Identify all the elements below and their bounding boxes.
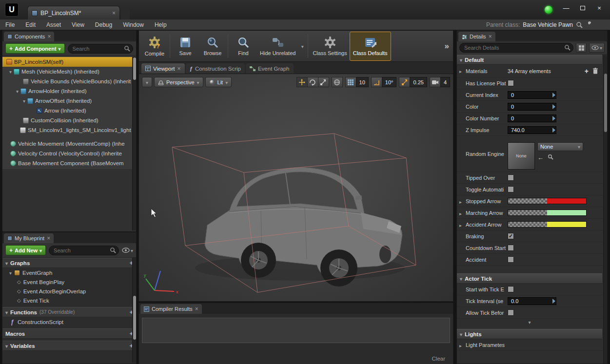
show-advanced-expander[interactable] [457,319,602,325]
hide-unrelated-options-button[interactable] [298,32,306,60]
view-options-eye-icon[interactable] [122,247,133,254]
tree-item-customcollision[interactable]: CustomCollision (Inherited) [2,115,136,125]
class-settings-button[interactable]: Class Settings [310,32,350,60]
tree-item-lights-mesh[interactable]: SM_Lincolnv1_lights_SM_Lincolnv1_light [2,125,136,135]
current-index-input[interactable]: 0 [508,91,556,99]
event-beginplay-item[interactable]: ◇ Event BeginPlay [2,277,136,287]
braking-checkbox[interactable]: ✓ [508,233,514,239]
event-tick-item[interactable]: ◇ Event Tick [2,296,136,305]
find-parent-class-icon[interactable] [576,21,583,28]
tree-item-vehicle-bounds[interactable]: Vehicle Bounds (VehicleBounds) (Inherit [2,77,136,86]
details-search-input[interactable] [459,43,573,53]
expander-icon[interactable] [460,331,462,337]
tab-my-blueprint[interactable]: My Blueprint [4,233,54,243]
allow-tick-checkbox[interactable] [508,309,514,316]
tree-item-mesh[interactable]: Mesh (VehicleMesh) (Inherited) [2,67,136,77]
close-icon[interactable] [47,235,50,242]
tab-details[interactable]: Details [458,32,495,41]
scrollbar-thumb[interactable] [133,57,136,80]
grid-snap-value[interactable]: 10 [356,77,369,87]
scale-snap-value[interactable]: 0.25 [410,77,427,87]
details-scrollbar[interactable] [603,55,607,364]
clear-button[interactable]: Clear [432,356,445,362]
menu-asset[interactable]: Asset [41,19,66,30]
tipped-over-checkbox[interactable] [508,174,514,181]
category-default[interactable]: Default [457,55,602,65]
use-selected-asset-icon[interactable]: ← [537,154,544,161]
expander-icon[interactable] [5,309,8,315]
delete-array-icon[interactable] [592,68,598,74]
scrollbar-thumb[interactable] [604,74,607,132]
start-with-tick-checkbox[interactable] [508,286,514,292]
components-search-input[interactable] [68,44,133,54]
menu-edit[interactable]: Edit [20,19,41,30]
browse-button[interactable]: Browse [199,32,226,60]
macros-section-header[interactable]: Macros [2,328,136,339]
viewport-options-button[interactable] [142,77,152,87]
tree-item-velocity-control[interactable]: Velocity Control (VelocityControl) (Inhe… [2,149,136,158]
tree-item-base-movement[interactable]: Base Movement Component (BaseMovem [2,158,136,168]
tab-viewport[interactable]: Viewport [141,63,185,74]
viewport-3d[interactable]: Perspective Lit [138,74,453,302]
functions-section-header[interactable]: Functions (37 Overridable) [2,307,136,317]
save-button[interactable]: Save [172,32,199,60]
grid-snap-toggle-button[interactable] [345,77,356,87]
stopped-arrow-color-swatch[interactable] [508,198,587,204]
close-window-button[interactable]: × [592,3,606,13]
expander-icon[interactable] [460,57,462,63]
close-icon[interactable] [177,65,181,72]
has-license-plate-checkbox[interactable] [508,80,514,86]
expander-icon[interactable] [459,198,462,205]
tick-interval-input[interactable]: 0.0 [508,297,556,305]
menu-view[interactable]: View [66,19,90,30]
z-impulse-input[interactable]: 740.0 [508,126,556,134]
marching-arrow-color-swatch[interactable] [508,210,587,216]
color-input[interactable]: 0 [508,103,556,111]
expander-icon[interactable] [5,343,8,349]
constructionscript-item[interactable]: ƒ ConstructionScript [2,317,136,326]
parent-class-value[interactable]: Base Vehicle Pawn [523,21,573,28]
category-lights[interactable]: Lights [457,329,602,339]
marketplace-status-icon[interactable] [545,6,552,14]
asset-thumbnail[interactable]: None [508,142,535,170]
expander-icon[interactable] [23,98,25,104]
expander-icon[interactable] [16,88,19,94]
countdown-start-checkbox[interactable] [508,245,514,251]
class-defaults-button[interactable]: Class Defaults [350,32,391,60]
close-icon[interactable] [489,33,492,40]
my-blueprint-search-input[interactable] [49,246,119,255]
accident-arrow-color-swatch[interactable] [508,221,587,228]
camera-speed-value[interactable]: 4 [440,77,450,87]
event-actorbeginoverlap-item[interactable]: ◇ Event ActorBeginOverlap [2,287,136,296]
close-icon[interactable] [195,306,198,312]
tree-item-vehicle-movement[interactable]: Vehicle Movement (MovementComp) (Inhe [2,139,136,149]
expander-icon[interactable] [9,270,12,276]
edit-parent-class-icon[interactable] [586,21,592,28]
close-icon[interactable] [112,10,116,17]
perspective-button[interactable]: Perspective [154,77,203,87]
tab-compiler-results[interactable]: Compiler Results [140,304,202,314]
tree-item-arrowholder[interactable]: ArrowHolder (Inherited) [2,86,136,96]
tree-item-self[interactable]: BP_LincolnSM(self) [2,57,136,67]
expander-icon[interactable] [459,222,462,229]
expander-icon[interactable] [459,342,462,349]
scale-tool-button[interactable] [318,77,329,87]
components-scrollbar[interactable] [132,57,136,230]
expander-icon[interactable] [460,276,462,282]
my-blueprint-scrollbar[interactable] [132,258,136,363]
random-engine-dropdown[interactable]: None [537,142,583,151]
browse-to-asset-icon[interactable] [548,154,553,161]
add-array-element-icon[interactable]: + [585,67,589,75]
tree-item-arrowoffset[interactable]: ArrowOffset (Inherited) [2,96,136,106]
translate-tool-button[interactable] [296,77,308,87]
rotation-snap-value[interactable]: 10° [382,77,397,87]
background-tab[interactable] [121,8,130,19]
details-view-options-button[interactable] [589,43,605,53]
asset-tab[interactable]: BP_LincolnSM* [27,6,120,19]
tab-construction-script[interactable]: ƒ Construction Scrip [186,63,245,74]
world-local-toggle-button[interactable] [332,77,343,87]
close-icon[interactable] [47,33,51,40]
rotate-tool-button[interactable] [307,77,318,87]
property-matrix-button[interactable] [576,43,587,53]
menu-window[interactable]: Window [118,19,149,30]
